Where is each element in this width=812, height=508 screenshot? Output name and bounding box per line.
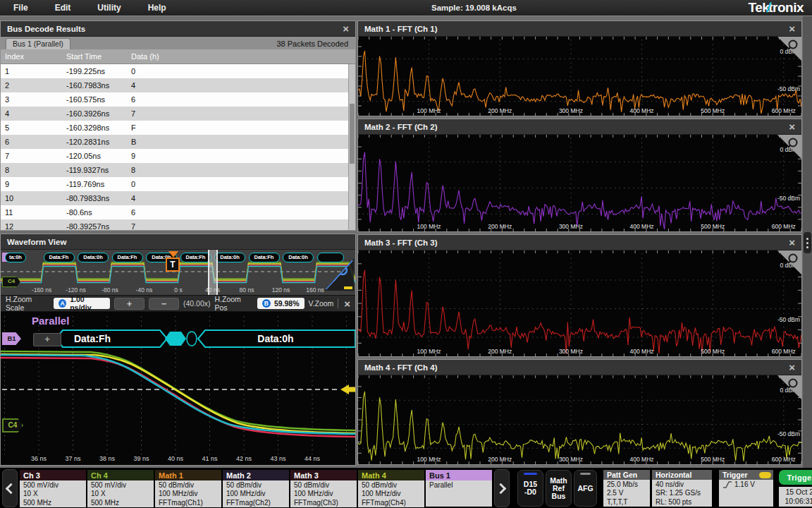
- table-row[interactable]: 6-120.2831nsB: [1, 135, 355, 149]
- afg-button[interactable]: AFG: [574, 470, 597, 507]
- splitter-handle[interactable]: [804, 232, 811, 253]
- table-row[interactable]: 11-80.6ns6: [1, 205, 355, 219]
- table-row[interactable]: 3-160.575ns6: [1, 92, 355, 107]
- badge-header: Ch 3: [20, 470, 86, 480]
- vzoom-label[interactable]: V.Zoom: [309, 299, 334, 308]
- freq-axis-label: 500 MHz: [697, 107, 728, 114]
- badge-ch-3[interactable]: Ch 3500 mV/div10 X500 MHz: [20, 470, 86, 507]
- overview-time-label: 80 ns: [231, 286, 262, 294]
- badge-a-icon: A: [59, 299, 66, 308]
- math4-plot[interactable]: 100 MHz200 MHz300 MHz400 MHz500 MHz600 M…: [358, 375, 801, 464]
- badge-line: 50 dBm/div: [362, 481, 424, 490]
- badge-settings: 50 dBm/div100 MHz/divFFTmag(Ch3): [290, 480, 357, 507]
- badge-name: Ch 3: [23, 471, 40, 480]
- bus-packet-bubble: Data:Fh: [44, 253, 75, 262]
- math1-fft-panel: Math 1 - FFT (Ch 1) × 100 MHz200 MHz300 …: [357, 20, 802, 116]
- bus-tab-strip: Bus 1 (Parallel) 38 Packets Decoded: [1, 37, 355, 49]
- bus-packet-bubble: Data:0h: [283, 253, 314, 262]
- triggered-status-badge: Triggered: [779, 470, 812, 485]
- badge-b-icon: B: [262, 299, 271, 308]
- zoom-selection-band[interactable]: [208, 250, 218, 295]
- waveform-view-title: Waveform View: [7, 238, 66, 246]
- zoom-time-label: 40 ns: [160, 455, 191, 462]
- trigger-t-icon: T: [166, 258, 180, 272]
- left-column: Bus Decode Results × Bus 1 (Parallel) 38…: [0, 16, 356, 468]
- horizontal-badge[interactable]: Horizontal 40 ns/div SR: 1.25 GS/s RL: 5…: [652, 470, 712, 507]
- afg-accent-line: [580, 473, 591, 475]
- bus-decode-title: Bus Decode Results: [7, 25, 85, 33]
- badge-line: 10 X: [23, 490, 86, 498]
- math2-plot[interactable]: 100 MHz200 MHz300 MHz400 MHz500 MHz600 M…: [358, 135, 801, 231]
- badge-math-1[interactable]: Math 150 dBm/div100 MHz/divFFTmag(Ch1): [155, 470, 221, 507]
- menu-utility[interactable]: Utility: [84, 3, 134, 13]
- tab-bus1-parallel[interactable]: Bus 1 (Parallel): [6, 38, 70, 49]
- freq-axis-label: 300 MHz: [555, 107, 586, 114]
- cell: 12: [1, 222, 66, 230]
- badge-line: 50 dBm/div: [159, 481, 221, 490]
- zoomed-waveform-area[interactable]: Data:FhData:0h Parallel B1 + C4 36 ns37 …: [1, 312, 355, 465]
- math1-close-icon[interactable]: ×: [789, 23, 795, 34]
- badge-header: Math 4: [358, 470, 424, 480]
- db-right-label: -50 dBm: [777, 316, 800, 323]
- hzoom-scale-field[interactable]: A 1.00 ns/div: [54, 298, 110, 309]
- overview-time-label: -40 ns: [129, 286, 160, 294]
- table-row[interactable]: 1-199.225ns0: [1, 64, 355, 78]
- cell: -80.6ns: [66, 208, 131, 217]
- menu-edit[interactable]: Edit: [42, 3, 85, 13]
- table-column-header: Index Start Time Data (h): [1, 49, 355, 64]
- badge-line: 50 dBm/div: [294, 481, 357, 490]
- table-row[interactable]: 10-80.79833ns4: [1, 191, 355, 205]
- table-row[interactable]: 7-120.05ns9: [1, 149, 355, 163]
- table-row[interactable]: 5-160.3298nsF: [1, 121, 355, 135]
- bus-packet-bubble: Data:0h: [78, 253, 109, 262]
- scrollbar-thumb[interactable]: [350, 104, 355, 164]
- math4-close-icon[interactable]: ×: [789, 362, 795, 373]
- badge-settings: 50 dBm/div100 MHz/divFFTmag(Ch4): [358, 480, 424, 507]
- freq-axis-label: 600 MHz: [768, 223, 799, 230]
- math3-close-icon[interactable]: ×: [789, 237, 795, 248]
- badge-math-4[interactable]: Math 450 dBm/div100 MHz/divFFTmag(Ch4): [358, 470, 424, 507]
- freq-axis-label: 200 MHz: [484, 456, 515, 463]
- menu-help[interactable]: Help: [135, 3, 180, 13]
- badge-math-3[interactable]: Math 350 dBm/div100 MHz/divFFTmag(Ch3): [290, 470, 357, 507]
- badge-settings: Parallel: [426, 480, 492, 507]
- badge-name: Ch 4: [91, 471, 108, 480]
- math2-close-icon[interactable]: ×: [789, 121, 795, 132]
- table-row[interactable]: 2-160.7983ns4: [1, 78, 355, 92]
- table-row[interactable]: 8-119.9327ns8: [1, 163, 355, 177]
- cell: F: [131, 123, 355, 132]
- cell: 6: [131, 95, 355, 104]
- patt-gen-badge[interactable]: Patt Gen 25.0 Mb/s 2.5 V T,T,T,T: [603, 470, 650, 507]
- table-row[interactable]: 9-119.769ns0: [1, 177, 355, 191]
- scroll-badges-left-button[interactable]: [2, 469, 18, 507]
- freq-axis-label: 500 MHz: [697, 223, 728, 230]
- add-bus-field-button[interactable]: +: [33, 333, 61, 346]
- badge-bus-1[interactable]: Bus 1Parallel: [426, 470, 492, 507]
- cell: 3: [1, 95, 66, 104]
- zoom-out-button[interactable]: −: [149, 298, 179, 310]
- waveform-close-icon[interactable]: ×: [344, 298, 350, 309]
- hzoom-pos-field[interactable]: B 59.98%: [257, 298, 304, 309]
- cell: B: [131, 138, 355, 146]
- zoom-in-button[interactable]: +: [114, 298, 144, 310]
- trigger-badge[interactable]: Trigger 1.16 V: [719, 470, 773, 507]
- math4-header: Math 4 - FFT (Ch 4) ×: [358, 360, 801, 375]
- table-scrollbar[interactable]: [348, 64, 355, 230]
- digital-d15-d0-button[interactable]: D15-D0: [517, 470, 543, 507]
- table-row[interactable]: 4-160.3926ns7: [1, 107, 355, 121]
- table-row[interactable]: 12-80.39257ns7: [1, 219, 355, 230]
- bus-table-rows: 1-199.225ns02-160.7983ns43-160.575ns64-1…: [1, 64, 355, 230]
- trigger-marker[interactable]: T: [166, 251, 181, 274]
- math-ref-bus-button[interactable]: MathRefBus: [546, 470, 572, 507]
- math1-plot[interactable]: 100 MHz200 MHz300 MHz400 MHz500 MHz600 M…: [358, 37, 801, 116]
- badge-math-2[interactable]: Math 250 dBm/div100 MHz/divFFTmag(Ch2): [223, 470, 289, 507]
- badge-ch-4[interactable]: Ch 4500 mV/div10 X500 MHz: [87, 470, 154, 507]
- date-time-display: 15 Oct 202310:06:31 AM: [779, 487, 812, 507]
- badge-line: 10 X: [91, 490, 154, 498]
- close-icon[interactable]: ×: [343, 23, 349, 34]
- menu-file[interactable]: File: [0, 3, 42, 13]
- scroll-badges-right-button[interactable]: [494, 469, 510, 507]
- overview-strip[interactable]: B1 C4 ta:0hData:FhData:0hData:FhData:0hD…: [1, 250, 355, 296]
- math3-plot[interactable]: 100 MHz200 MHz300 MHz400 MHz500 MHz600 M…: [358, 250, 801, 356]
- math2-header: Math 2 - FFT (Ch 2) ×: [358, 119, 801, 135]
